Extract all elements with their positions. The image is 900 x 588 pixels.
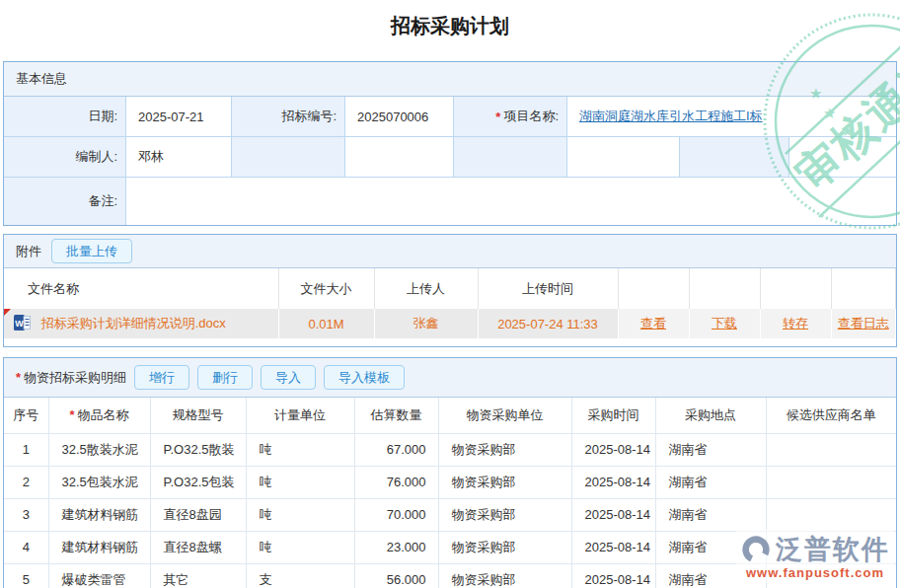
attachment-row: W 招标采购计划详细情况说明.docx 0.01M 张鑫 2025-07-24 … bbox=[4, 309, 896, 338]
est-qty-cell: 56.000 bbox=[354, 563, 438, 588]
spec-cell: 直径8盘螺 bbox=[150, 531, 246, 563]
col-action bbox=[618, 268, 689, 309]
detail-row[interactable]: 1 32.5散装水泥 P.O32.5散装 吨 67.000 物资采购部 2025… bbox=[4, 433, 896, 466]
candidate-suppliers-cell bbox=[766, 433, 896, 466]
project-name-label: * 项目名称: bbox=[453, 97, 566, 136]
purchase-time-cell: 2025-08-14 bbox=[571, 531, 655, 563]
date-label: 日期: bbox=[4, 97, 125, 136]
file-name-text[interactable]: 招标采购计划详细情况说明.docx bbox=[41, 316, 226, 331]
est-qty-cell: 67.000 bbox=[354, 433, 438, 466]
vendor-watermark: 泛普软件 www.fanpusoft.com bbox=[736, 530, 894, 582]
purchase-place-cell: 湖南省 bbox=[655, 433, 766, 466]
page-title: 招标采购计划 bbox=[0, 0, 900, 61]
required-asterisk: * bbox=[495, 110, 500, 124]
purchase-dept-cell: 物资采购部 bbox=[438, 498, 571, 531]
project-name-link[interactable]: 湖南洞庭湖水库引水工程施工I标 bbox=[579, 108, 763, 125]
seq-cell: 2 bbox=[4, 466, 48, 498]
attachments-header: 附件 批量上传 bbox=[4, 235, 896, 268]
seq-cell: 4 bbox=[4, 531, 48, 563]
est-qty-cell: 76.000 bbox=[354, 466, 438, 498]
view-log-link[interactable]: 查看日志 bbox=[838, 316, 889, 331]
purchase-dept-cell: 物资采购部 bbox=[438, 466, 571, 498]
attachments-section: 附件 批量上传 文件名称 文件大小 上传人 上传时间 bbox=[3, 234, 897, 347]
purchase-time-cell: 2025-08-14 bbox=[571, 563, 655, 588]
import-button[interactable]: 导入 bbox=[261, 365, 316, 390]
purchase-time-cell: 2025-08-14 bbox=[571, 466, 655, 498]
col-spec: 规格型号 bbox=[150, 398, 246, 433]
candidate-suppliers-cell bbox=[766, 466, 896, 498]
project-name-label-text: 项目名称: bbox=[503, 108, 559, 125]
item-name-cell: 32.5包装水泥 bbox=[48, 466, 150, 498]
col-purchase-dept: 物资采购单位 bbox=[438, 398, 571, 433]
detail-row[interactable]: 3 建筑材料钢筋 直径8盘园 吨 70.000 物资采购部 2025-08-14… bbox=[4, 498, 896, 531]
remark-value bbox=[125, 178, 896, 225]
col-purchase-time: 采购时间 bbox=[571, 398, 655, 433]
purchase-time-cell: 2025-08-14 bbox=[571, 498, 655, 531]
attachments-header-row: 文件名称 文件大小 上传人 上传时间 bbox=[4, 268, 896, 309]
empty-cell bbox=[566, 137, 679, 177]
spec-cell: 其它 bbox=[150, 563, 246, 588]
required-asterisk: * bbox=[16, 370, 21, 385]
empty-cell bbox=[679, 137, 788, 177]
batch-upload-button[interactable]: 批量上传 bbox=[51, 239, 132, 263]
col-action bbox=[689, 268, 760, 309]
seq-cell: 1 bbox=[4, 433, 48, 466]
creator-label: 编制人: bbox=[4, 137, 125, 177]
basic-info-row-2: 编制人: 邓林 bbox=[4, 136, 896, 177]
required-asterisk: * bbox=[69, 407, 74, 422]
purchase-dept-cell: 物资采购部 bbox=[438, 563, 571, 588]
bid-no-label: 招标编号: bbox=[231, 97, 344, 136]
detail-header-row: 序号 *物品名称 规格型号 计量单位 估算数量 物资采购单位 采购时间 采购地点… bbox=[4, 398, 896, 433]
basic-info-row-1: 日期: 2025-07-21 招标编号: 2025070006 * 项目名称: … bbox=[4, 97, 896, 136]
purchase-dept-cell: 物资采购部 bbox=[438, 433, 571, 466]
spec-cell: 直径8盘园 bbox=[150, 498, 246, 531]
word-file-icon: W bbox=[14, 315, 31, 331]
col-action bbox=[760, 268, 831, 309]
empty-cell bbox=[453, 137, 566, 177]
purchase-dept-cell: 物资采购部 bbox=[438, 531, 571, 563]
svg-text:W: W bbox=[15, 319, 24, 329]
vendor-brand: 泛普软件 bbox=[776, 532, 890, 567]
col-purchase-place: 采购地点 bbox=[655, 398, 766, 433]
add-row-button[interactable]: 增行 bbox=[134, 365, 189, 390]
bid-no-value: 2025070006 bbox=[344, 97, 453, 136]
delete-row-button[interactable]: 删行 bbox=[197, 365, 253, 390]
fanpu-logo-icon bbox=[740, 534, 772, 565]
spec-cell: P.O32.5包装 bbox=[150, 466, 246, 498]
unit-cell: 吨 bbox=[246, 498, 354, 531]
purchase-place-cell: 湖南省 bbox=[655, 466, 766, 498]
import-template-button[interactable]: 导入模板 bbox=[324, 365, 405, 390]
uploader-cell: 张鑫 bbox=[374, 309, 478, 338]
item-name-cell: 建筑材料钢筋 bbox=[48, 498, 150, 531]
col-action bbox=[831, 268, 896, 309]
spec-cell: P.O32.5散装 bbox=[150, 433, 246, 466]
transfer-link[interactable]: 转存 bbox=[783, 316, 808, 331]
purchase-time-cell: 2025-08-14 bbox=[571, 433, 655, 466]
date-value: 2025-07-21 bbox=[125, 97, 231, 136]
basic-info-header: 基本信息 bbox=[4, 62, 896, 97]
col-file-size: 文件大小 bbox=[278, 268, 374, 309]
basic-info-section: 基本信息 日期: 2025-07-21 招标编号: 2025070006 * 项… bbox=[3, 61, 897, 226]
unit-cell: 吨 bbox=[246, 531, 354, 563]
item-name-cell: 32.5散装水泥 bbox=[48, 433, 150, 466]
file-size-cell: 0.01M bbox=[278, 309, 374, 338]
col-item-name: *物品名称 bbox=[48, 398, 150, 433]
purchase-place-cell: 湖南省 bbox=[655, 498, 766, 531]
attachments-title: 附件 bbox=[16, 243, 41, 260]
file-name-cell[interactable]: W 招标采购计划详细情况说明.docx bbox=[4, 309, 278, 338]
project-name-cell: 湖南洞庭湖水库引水工程施工I标 bbox=[566, 97, 896, 136]
attachments-table: 文件名称 文件大小 上传人 上传时间 bbox=[4, 268, 896, 338]
upload-time-cell: 2025-07-24 11:33 bbox=[478, 309, 618, 338]
download-link[interactable]: 下载 bbox=[712, 316, 737, 331]
col-upload-time: 上传时间 bbox=[478, 268, 618, 309]
col-est-qty: 估算数量 bbox=[354, 398, 438, 433]
view-link[interactable]: 查看 bbox=[640, 316, 666, 331]
empty-cell bbox=[788, 137, 896, 177]
empty-cell bbox=[231, 137, 344, 177]
seq-cell: 5 bbox=[4, 563, 48, 588]
material-detail-title: *物资招标采购明细 bbox=[16, 369, 126, 387]
col-seq: 序号 bbox=[4, 398, 48, 433]
detail-row[interactable]: 2 32.5包装水泥 P.O32.5包装 吨 76.000 物资采购部 2025… bbox=[4, 466, 896, 498]
est-qty-cell: 23.000 bbox=[354, 531, 438, 563]
candidate-suppliers-cell bbox=[766, 498, 896, 531]
